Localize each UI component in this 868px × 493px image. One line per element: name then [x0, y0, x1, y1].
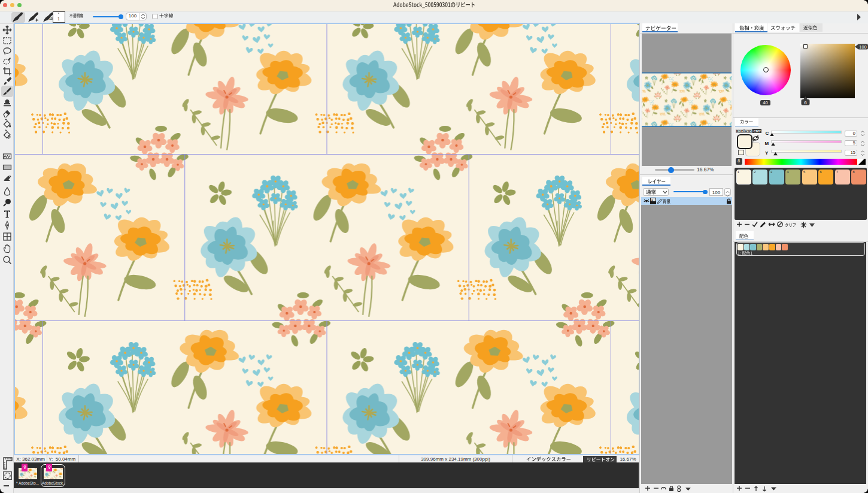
svg-text:100: 100	[859, 44, 867, 49]
svg-text:8: 8	[651, 199, 653, 202]
svg-text:6: 6	[804, 100, 807, 105]
